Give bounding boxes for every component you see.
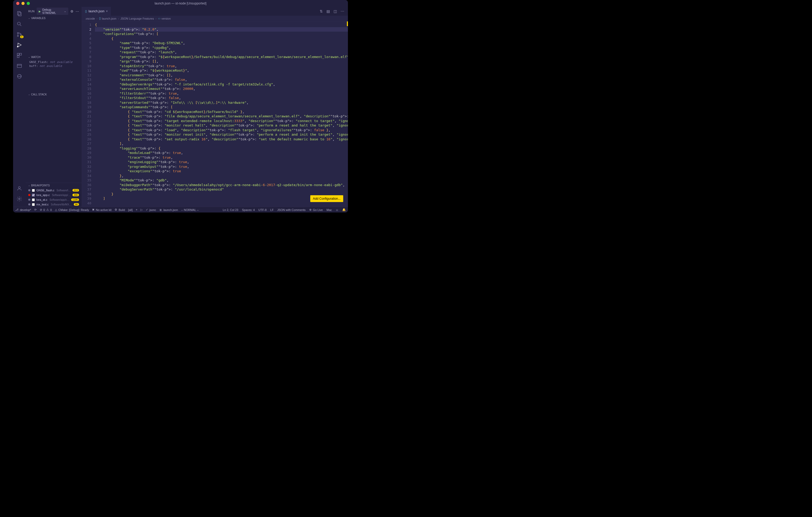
status-bar: ⎇develop* ⟳ ⊘0 ⚠0 △CMake: [Debug]: Ready… <box>13 207 348 213</box>
breakpoint-file: lora_app.c <box>36 193 50 196</box>
section-label: CALL STACK <box>31 93 47 96</box>
svg-rect-1 <box>18 12 21 16</box>
run-debug-icon[interactable] <box>13 40 26 50</box>
close-icon[interactable]: × <box>106 9 108 13</box>
build-target[interactable]: [all] <box>128 208 133 211</box>
svg-point-15 <box>18 187 20 188</box>
svg-point-6 <box>20 34 22 35</box>
tab-bar: {} launch.json × ⇅ ▤ ◫ ⋯ <box>82 7 348 16</box>
section-label: BREAKPOINTS <box>31 184 50 187</box>
activity-bar: 6 <box>13 7 26 207</box>
filetype-indicator[interactable]: JSON with Comments <box>277 208 306 211</box>
more-icon[interactable]: ⋯ <box>341 9 344 13</box>
explorer-icon[interactable] <box>13 8 26 19</box>
breakpoint-checkbox[interactable] <box>32 189 35 192</box>
code-area[interactable]: 1234567891011121314151617181920212223242… <box>82 22 348 207</box>
golive-button[interactable]: ⊕Go Live <box>309 208 323 211</box>
breakpoint-file: mx_test.c <box>36 203 49 206</box>
breakpoint-row[interactable]: GNSE_flash.cSoftware/lib/GNSE_HAL213 <box>26 188 82 193</box>
breakpoint-count: 486 <box>72 194 79 196</box>
svg-point-16 <box>19 198 20 200</box>
vim-mode: -- NORMAL -- <box>181 208 199 211</box>
extensions-icon[interactable] <box>13 50 26 61</box>
svg-point-4 <box>17 32 19 34</box>
breakpoint-row[interactable]: lora_at.cSoftware/app/cert_lorawan1195 <box>26 197 82 202</box>
ellipsis-icon[interactable]: ⋯ <box>76 9 79 13</box>
minimize-icon[interactable] <box>22 2 25 5</box>
svg-line-3 <box>20 25 22 26</box>
breakpoint-row[interactable]: lora_app.cSoftware/app/basic_loraw...486 <box>26 193 82 197</box>
split-icon[interactable]: ◫ <box>334 9 337 13</box>
crumb-file: {}launch.json <box>99 17 116 20</box>
breakpoint-dot-icon <box>28 189 30 191</box>
language-mode[interactable]: ✓jsonc <box>146 208 156 211</box>
branch-indicator[interactable]: ⎇develop* <box>15 208 31 211</box>
gear-icon[interactable]: ⚙ <box>70 9 74 13</box>
breadcrumb[interactable]: .vscode › {}launch.json › JSON Language … <box>82 16 348 22</box>
watch-body: GNSE_Flash: not available buff: not avai… <box>26 60 82 68</box>
sync-indicator[interactable]: ⟳ <box>34 208 37 211</box>
breakpoint-dot-icon <box>28 194 30 196</box>
chevron-down-icon: ⌄ <box>28 17 30 19</box>
encoding-indicator[interactable]: UTF-8 <box>258 208 267 211</box>
build-button[interactable]: ⚙Build <box>115 208 125 211</box>
breakpoint-count: 213 <box>72 189 79 191</box>
eol-indicator[interactable]: LF <box>270 208 273 211</box>
account-icon[interactable] <box>13 183 26 194</box>
search-icon[interactable] <box>13 19 26 29</box>
run-icon[interactable]: ▷ <box>141 208 143 211</box>
watch-value: not available <box>50 60 72 64</box>
breakpoint-checkbox[interactable] <box>32 199 35 201</box>
maximize-icon[interactable] <box>27 2 30 5</box>
settings-icon[interactable] <box>13 194 26 204</box>
source-control-icon[interactable]: 6 <box>13 29 26 40</box>
cmake-status[interactable]: △CMake: [Debug]: Ready <box>55 208 89 211</box>
breakpoint-count: 96 <box>74 203 79 206</box>
breakpoint-file: lora_at.c <box>36 198 47 201</box>
source-text[interactable]: { "version""tok-p">: "0.2.0", "configura… <box>95 22 348 207</box>
breakpoint-path: Software/app/cert_lorawan <box>50 199 69 201</box>
close-icon[interactable] <box>16 2 19 5</box>
breakpoint-file: GNSE_flash.c <box>36 189 54 192</box>
svg-point-8 <box>17 46 18 47</box>
docker-icon[interactable] <box>13 71 26 82</box>
bell-icon[interactable]: 🔔 <box>342 208 346 211</box>
file-indicator[interactable]: 🗎launch.json <box>159 208 178 211</box>
crumb-symbol: ▭version <box>158 17 171 20</box>
breakpoint-row[interactable]: mx_test.cSoftware/lib/MX25R163596 <box>26 202 82 207</box>
breakpoint-checkbox[interactable] <box>32 203 35 206</box>
editor: {} launch.json × ⇅ ▤ ◫ ⋯ .vscode › {}lau… <box>82 7 348 207</box>
watch-name: buff: <box>29 64 38 68</box>
crumb-folder: .vscode <box>85 17 95 20</box>
watch-section[interactable]: ⌄ WATCH <box>26 55 82 60</box>
add-configuration-button[interactable]: Add Configuration... <box>310 195 343 202</box>
problems-indicator[interactable]: ⊘0 ⚠0 <box>40 208 52 211</box>
svg-rect-10 <box>20 53 22 55</box>
breakpoint-checkbox[interactable] <box>32 194 35 196</box>
debug-launch-icon[interactable]: ⌖ <box>136 208 137 211</box>
os-indicator: Mac <box>326 208 332 211</box>
feedback-icon[interactable]: ☺ <box>336 208 339 211</box>
titlebar: launch.json — st-node [Unsupported] <box>13 0 348 7</box>
preview-icon[interactable] <box>13 61 26 71</box>
tab-launch-json[interactable]: {} launch.json × <box>82 7 111 16</box>
section-label: VARIABLES <box>31 17 46 20</box>
run-file-icon[interactable]: ⇅ <box>320 9 323 13</box>
cursor-position[interactable]: Ln 2, Col 23 <box>223 208 238 211</box>
traffic-lights <box>16 2 30 5</box>
preview-icon[interactable]: ▤ <box>326 9 330 13</box>
kit-status[interactable]: ✖No active kit <box>92 208 111 211</box>
run-label: RUN <box>28 10 34 13</box>
indent-indicator[interactable]: Spaces: 4 <box>242 208 255 211</box>
watch-item[interactable]: buff: not available <box>29 64 78 68</box>
callstack-section[interactable]: ⌄ CALL STACK <box>26 92 82 97</box>
variables-section[interactable]: ⌄ VARIABLES <box>26 16 82 21</box>
chevron-down-icon: ⌄ <box>28 56 30 58</box>
watch-item[interactable]: GNSE_Flash: not available <box>29 60 78 64</box>
tab-label: launch.json <box>88 9 105 13</box>
debug-config-selector[interactable]: ▶ Debug-STM32WL ⌄ <box>37 7 68 15</box>
svg-rect-9 <box>17 53 19 55</box>
svg-rect-11 <box>17 56 19 58</box>
breakpoints-section[interactable]: ⌄ BREAKPOINTS <box>26 183 82 188</box>
svg-marker-7 <box>18 43 22 47</box>
